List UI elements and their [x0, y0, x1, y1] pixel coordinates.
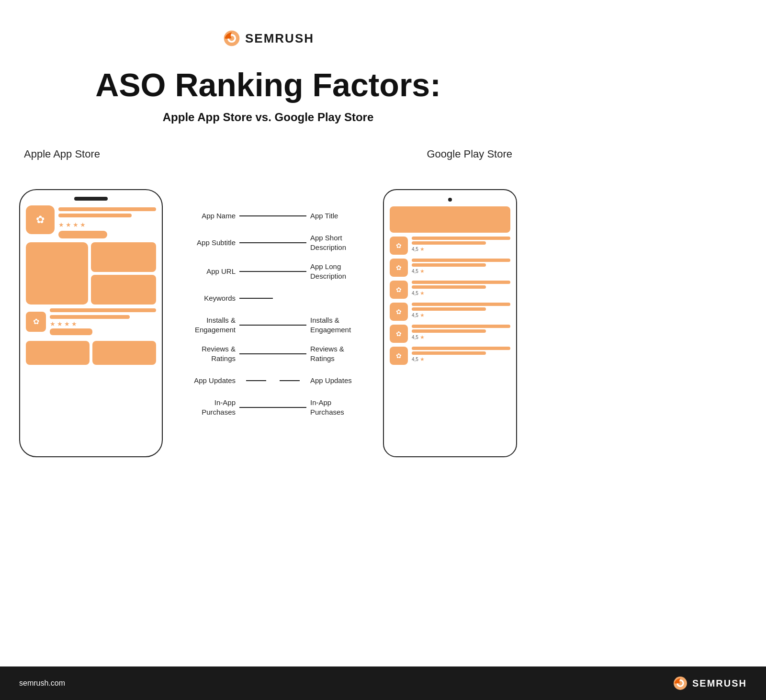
apple-icon-star: ✿ — [36, 214, 45, 226]
connector-left-2 — [239, 242, 273, 243]
phone-notch — [74, 197, 108, 201]
lr-btn — [50, 328, 92, 335]
main-title: ASO Ranking Factors: — [19, 67, 517, 103]
g-rating-3: 4,5 ★ — [412, 290, 510, 296]
connector-left-8 — [239, 407, 273, 408]
connector-right-6 — [273, 353, 306, 354]
connector-left-7 — [246, 380, 266, 381]
factor-row-3: App URL App LongDescription — [163, 257, 383, 286]
google-list: ✿ 4,5 ★ ✿ — [390, 237, 510, 365]
apple-list: ✿ ★ ★ ★ ★ — [26, 308, 156, 335]
featured-small-2 — [91, 275, 156, 305]
g-bar-2b — [412, 263, 486, 267]
g-bar-4b — [412, 307, 486, 311]
list-icon-box: ✿ — [26, 312, 46, 332]
factor-left-7: App Updates — [177, 376, 239, 384]
lr-stars: ★ ★ ★ ★ — [50, 320, 156, 327]
apple-store-label: Apple App Store — [24, 148, 100, 160]
apple-app-icon: ✿ — [26, 205, 55, 234]
google-icon-4: ✿ — [390, 303, 408, 321]
g-rating-5: 4,5 ★ — [412, 334, 510, 340]
g-bar-4a — [412, 303, 510, 306]
connector-left-1 — [239, 215, 273, 216]
g-bar-5b — [412, 329, 486, 333]
g-bar-5a — [412, 325, 510, 328]
factor-left-5: Installs &Engagement — [177, 316, 239, 334]
g-bar-2a — [412, 259, 510, 262]
factor-row-8: In-AppPurchases In-AppPurchases — [163, 393, 383, 422]
factor-right-6: Reviews &Ratings — [306, 344, 369, 363]
google-item-right-1: 4,5 ★ — [412, 237, 510, 252]
factors-container: App Name App Title App Subtitle — [163, 203, 383, 422]
google-list-item-2: ✿ 4,5 ★ — [390, 259, 510, 277]
diagram-area: ✿ ★ ★ ★ ★ — [19, 189, 517, 457]
connector-left-6 — [239, 353, 273, 354]
google-list-item-6: ✿ 4,5 ★ — [390, 347, 510, 365]
google-list-item-1: ✿ 4,5 ★ — [390, 237, 510, 255]
connector-right-2 — [273, 242, 306, 243]
connector-right-5 — [273, 325, 306, 326]
factor-left-4: Keywords — [177, 294, 239, 302]
bottom-img-1 — [26, 341, 90, 365]
title-section: ASO Ranking Factors: Apple App Store vs.… — [19, 67, 517, 124]
footer: semrush.com SEMRUSH — [0, 666, 536, 700]
semrush-logo: SEMRUSH — [222, 29, 314, 48]
connector-right-7 — [280, 380, 300, 381]
google-icon-6: ✿ — [390, 347, 408, 365]
stars-row: ★ ★ ★ ★ — [58, 221, 156, 228]
google-item-right-2: 4,5 ★ — [412, 259, 510, 274]
bar-subtitle — [58, 214, 132, 217]
g-rating-6: 4,5 ★ — [412, 356, 510, 362]
g-rating-1: 4,5 ★ — [412, 246, 510, 252]
g-bar-6a — [412, 347, 510, 350]
header: SEMRUSH — [19, 14, 517, 57]
factor-left-6: Reviews &Ratings — [177, 344, 239, 363]
footer-url: semrush.com — [19, 679, 65, 688]
factor-left-8: In-AppPurchases — [177, 398, 239, 417]
google-item-right-6: 4,5 ★ — [412, 347, 510, 362]
google-list-item-3: ✿ 4,5 ★ — [390, 281, 510, 299]
factor-row-2: App Subtitle App ShortDescription — [163, 228, 383, 257]
featured-big-img — [26, 242, 88, 305]
lr-bar2 — [50, 315, 130, 319]
factor-right-8: In-AppPurchases — [306, 398, 369, 417]
factor-right-7: App Updates — [306, 376, 369, 384]
apple-phone-mockup: ✿ ★ ★ ★ ★ — [19, 189, 163, 457]
connector-right-3 — [273, 271, 306, 272]
google-item-right-3: 4,5 ★ — [412, 281, 510, 296]
apple-list-item: ✿ ★ ★ ★ ★ — [26, 308, 156, 335]
apple-bottom-bar — [26, 339, 156, 352]
factor-row-7: App Updates App Updates — [163, 368, 383, 393]
factor-labels: App Name App Title App Subtitle — [163, 189, 383, 422]
factor-row-5: Installs &Engagement Installs &Engagemen… — [163, 311, 383, 339]
google-item-right-5: 4,5 ★ — [412, 325, 510, 340]
list-right: ★ ★ ★ ★ — [50, 308, 156, 335]
google-icon-1: ✿ — [390, 237, 408, 255]
g-rating-2: 4,5 ★ — [412, 268, 510, 274]
subtitle: Apple App Store vs. Google Play Store — [19, 111, 517, 124]
factor-left-3: App URL — [177, 267, 239, 275]
g-bar-1a — [412, 237, 510, 240]
header-logo-text: SEMRUSH — [245, 31, 314, 46]
connector-left-5 — [239, 325, 273, 326]
factor-right-1: App Title — [306, 212, 369, 220]
apple-top-right: ★ ★ ★ ★ — [58, 205, 156, 238]
bar-title — [58, 207, 156, 211]
g-bar-3b — [412, 285, 486, 289]
featured-small-col — [91, 242, 156, 305]
connector-left-3 — [239, 271, 273, 272]
apple-featured — [26, 242, 156, 305]
featured-small-1 — [91, 242, 156, 272]
lr-bar1 — [50, 308, 156, 312]
bar-btn — [58, 231, 107, 238]
google-tablet-mockup: ✿ 4,5 ★ ✿ — [383, 189, 517, 457]
factor-left-1: App Name — [177, 212, 239, 220]
connector-right-1 — [273, 215, 306, 216]
g-bar-6b — [412, 351, 486, 355]
google-banner — [390, 206, 510, 233]
g-bar-1b — [412, 241, 486, 245]
factor-row-4: Keywords — [163, 286, 383, 311]
google-icon-3: ✿ — [390, 281, 408, 299]
rocket-icon — [222, 29, 241, 48]
google-item-right-4: 4,5 ★ — [412, 303, 510, 318]
